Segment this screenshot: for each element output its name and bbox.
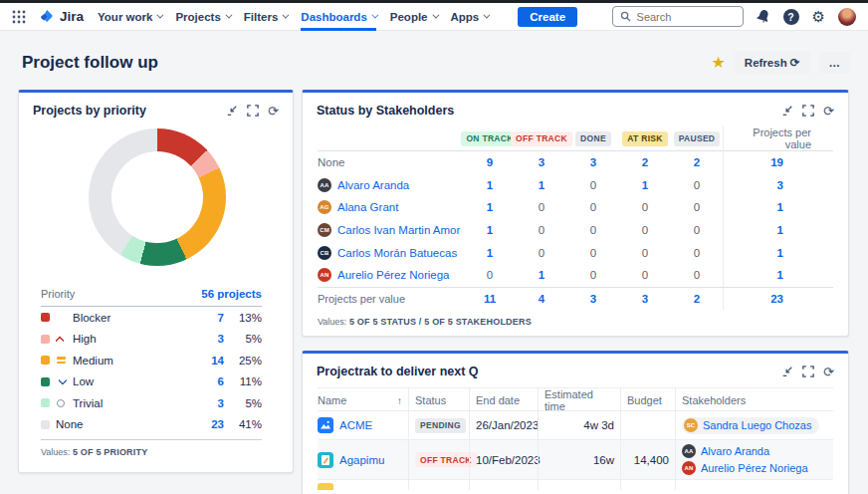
- jira-logo[interactable]: Jira: [40, 9, 84, 24]
- cell-value[interactable]: 0: [619, 224, 671, 236]
- nav-people[interactable]: People: [390, 3, 437, 31]
- table-row-partial: [318, 480, 833, 490]
- priority-count[interactable]: 6: [190, 375, 224, 387]
- row-total[interactable]: 1: [723, 219, 833, 242]
- stakeholder-name[interactable]: ANAurelio Pérez Noriega: [318, 268, 464, 282]
- nav-filters[interactable]: Filters: [244, 3, 288, 31]
- cell-value[interactable]: 0: [567, 201, 619, 213]
- cell-total[interactable]: 3: [619, 293, 671, 305]
- dashboard-header: Project follow up ★ Refresh ⟳ …: [0, 44, 868, 82]
- cell-total[interactable]: 2: [671, 293, 723, 305]
- more-options-button[interactable]: …: [819, 52, 851, 74]
- minimize-icon[interactable]: [781, 366, 793, 377]
- stakeholder-name[interactable]: AAAlvaro Aranda: [318, 178, 464, 192]
- top-navigation-bar: Jira Your work Projects Filters Dashboar…: [0, 3, 868, 31]
- priority-label: Blocker: [73, 312, 110, 324]
- stakeholder-name[interactable]: CBCarlos Morán Batuecas: [318, 246, 464, 260]
- stakeholders-values-note: Values: 5 OF 5 STATUS / 5 OF 5 STAKEHOLD…: [318, 317, 833, 327]
- app-switcher-icon[interactable]: [12, 10, 26, 24]
- nav-projects[interactable]: Projects: [175, 3, 229, 31]
- cell-value[interactable]: 1: [464, 179, 516, 191]
- nav-apps[interactable]: Apps: [451, 3, 489, 31]
- stakeholder-chip[interactable]: SCSandra Luego Chozas: [682, 417, 819, 434]
- cell-value[interactable]: 0: [671, 179, 723, 191]
- cell-value[interactable]: 0: [516, 201, 567, 213]
- legend-total-projects[interactable]: 56 projects: [201, 288, 262, 300]
- cell-value[interactable]: 0: [516, 224, 567, 236]
- column-header-name[interactable]: Name↑: [318, 388, 408, 412]
- row-total[interactable]: 1: [723, 241, 833, 264]
- row-total[interactable]: 3: [723, 174, 833, 197]
- column-header-estimated-time: Estimated time: [538, 388, 620, 412]
- cell-value[interactable]: 1: [464, 247, 516, 259]
- priority-count[interactable]: 7: [190, 312, 224, 324]
- fullscreen-icon[interactable]: [802, 105, 814, 117]
- help-icon[interactable]: ?: [783, 9, 799, 25]
- fullscreen-icon[interactable]: [802, 366, 814, 377]
- minimize-icon[interactable]: [226, 105, 238, 117]
- cell-value[interactable]: 0: [567, 224, 619, 236]
- cell-value[interactable]: 9: [464, 156, 516, 168]
- priority-low-icon: [55, 378, 67, 385]
- nav-dashboards[interactable]: Dashboards: [301, 3, 375, 31]
- status-by-stakeholders-gadget: Status by Stakeholders ⟳ ON TRACK OFF TR…: [302, 90, 849, 337]
- cell-value[interactable]: 1: [619, 179, 671, 191]
- cell-value[interactable]: 0: [619, 247, 671, 259]
- cell-value[interactable]: 1: [516, 179, 567, 191]
- project-link[interactable]: ACME: [318, 411, 408, 439]
- stakeholder-chip[interactable]: ANAurelio Pérez Noriega: [682, 461, 808, 475]
- cell-value[interactable]: 0: [671, 201, 723, 213]
- refresh-gadget-icon[interactable]: ⟳: [268, 105, 279, 118]
- refresh-gadget-icon[interactable]: ⟳: [823, 366, 834, 378]
- legend-row-none: None 23 41%: [41, 414, 262, 436]
- cell-value[interactable]: 0: [567, 247, 619, 259]
- cell-value[interactable]: 1: [464, 201, 516, 213]
- priority-count[interactable]: 14: [190, 355, 224, 367]
- settings-gear-icon[interactable]: ⚙: [812, 9, 825, 24]
- row-total[interactable]: 1: [723, 196, 833, 219]
- priority-count[interactable]: 3: [190, 397, 224, 409]
- cell-value[interactable]: 1: [464, 224, 516, 236]
- stakeholder-chip[interactable]: AAAlvaro Aranda: [682, 444, 769, 458]
- grand-total[interactable]: 23: [723, 288, 833, 311]
- notifications-bell-icon[interactable]: [757, 9, 770, 24]
- cell-value[interactable]: 0: [567, 269, 619, 281]
- stakeholder-row: AAAlvaro Aranda 1 1 0 1 0 3: [318, 174, 833, 197]
- cell-value[interactable]: 2: [671, 156, 723, 168]
- user-avatar[interactable]: [838, 8, 856, 26]
- priority-donut[interactable]: [89, 128, 226, 266]
- minimize-icon[interactable]: [781, 105, 793, 117]
- cell-value[interactable]: 0: [671, 224, 723, 236]
- priority-count[interactable]: 23: [190, 418, 224, 430]
- cell-value[interactable]: 0: [671, 247, 723, 259]
- cell-value[interactable]: 0: [516, 247, 567, 259]
- cell-value[interactable]: 3: [567, 156, 619, 168]
- cell-total[interactable]: 11: [464, 293, 516, 305]
- stakeholder-name[interactable]: CMCarlos Ivan Martin Amor: [318, 223, 464, 237]
- project-link[interactable]: Agapimu: [318, 440, 408, 479]
- cell-value[interactable]: 0: [567, 179, 619, 191]
- cell-value[interactable]: 0: [671, 269, 723, 281]
- refresh-button[interactable]: Refresh ⟳: [735, 51, 810, 75]
- favorite-star-icon[interactable]: ★: [712, 55, 726, 71]
- legend-swatch: [41, 398, 50, 407]
- cell-value[interactable]: 0: [619, 201, 671, 213]
- nav-your-work[interactable]: Your work: [98, 3, 161, 31]
- row-total[interactable]: 1: [723, 264, 833, 287]
- fullscreen-icon[interactable]: [247, 105, 259, 117]
- cell-value[interactable]: 1: [516, 269, 567, 281]
- priority-count[interactable]: 3: [190, 333, 224, 345]
- cell-value[interactable]: 3: [516, 156, 567, 168]
- cell-value[interactable]: 0: [619, 269, 671, 281]
- cell-total[interactable]: 4: [516, 293, 567, 305]
- refresh-gadget-icon[interactable]: ⟳: [823, 105, 834, 118]
- stakeholder-name[interactable]: AGAlana Grant: [318, 200, 464, 214]
- cell-total[interactable]: 3: [567, 293, 619, 305]
- cell-value[interactable]: 2: [619, 156, 671, 168]
- row-total[interactable]: 19: [723, 151, 833, 174]
- legend-swatch: [41, 377, 50, 386]
- cell-value[interactable]: 0: [464, 269, 516, 281]
- create-button[interactable]: Create: [518, 7, 577, 27]
- search-box[interactable]: [612, 6, 744, 27]
- search-input[interactable]: [637, 11, 727, 23]
